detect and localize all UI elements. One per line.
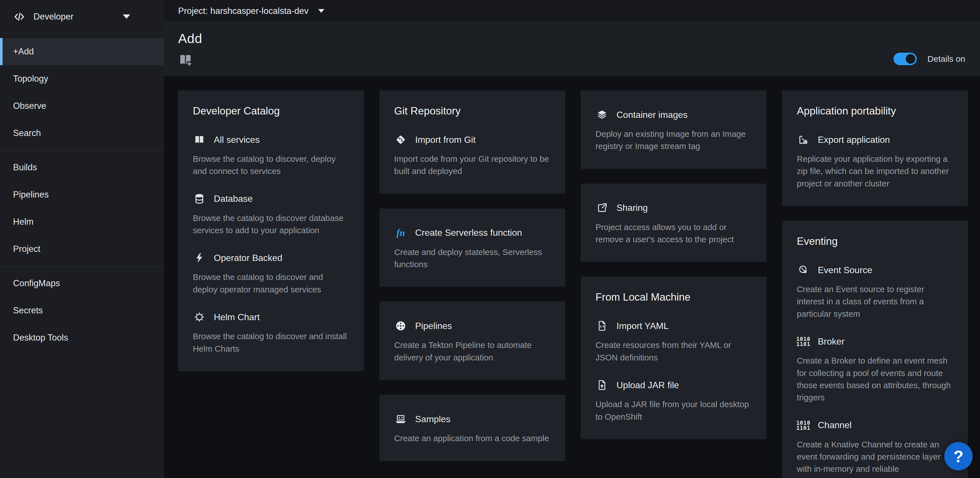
sidebar-item-project[interactable]: Project [0, 235, 164, 263]
item-description: Browse the catalog to discover and deplo… [193, 271, 349, 295]
add-action-upload-jar-file[interactable]: Upload JAR fileUpload a JAR file from yo… [595, 380, 752, 423]
card-sharing: SharingProject access allows you to add … [581, 184, 767, 262]
sidebar: Developer +AddTopologyObserveSearchBuild… [0, 0, 164, 478]
item-description: Create a Knative Channel to create an ev… [797, 438, 953, 475]
perspective-switcher[interactable]: Developer [0, 0, 164, 33]
details-switch[interactable] [894, 53, 917, 65]
card-pipelines: PipelinesCreate a Tekton Pipeline to aut… [379, 302, 565, 380]
item-header: Helm Chart [193, 311, 349, 323]
nav-divider [0, 150, 164, 151]
add-action-export-application[interactable]: Export applicationReplicate your applica… [797, 134, 953, 189]
item-label: Helm Chart [214, 312, 260, 322]
add-page-content: Developer CatalogAll servicesBrowse the … [164, 76, 980, 478]
sidebar-item-add[interactable]: +Add [0, 38, 164, 65]
item-header: 1010 1101Channel [797, 420, 953, 431]
add-action-import-yaml[interactable]: Import YAMLCreate resources from their Y… [595, 320, 752, 364]
card-column: Git RepositoryImport from GitImport code… [379, 91, 565, 461]
perspective-label: Developer [33, 12, 73, 22]
sidebar-item-helm[interactable]: Helm [0, 208, 164, 235]
page-header: Add Details on [164, 22, 980, 76]
code-icon [13, 11, 25, 23]
upload-file-icon [595, 380, 609, 391]
sidebar-item-pipelines[interactable]: Pipelines [0, 181, 164, 208]
sidebar-item-topology[interactable]: Topology [0, 65, 164, 92]
export-icon [797, 134, 810, 145]
add-action-sharing[interactable]: SharingProject access allows you to add … [595, 202, 752, 246]
item-label: Samples [415, 414, 450, 424]
sidebar-item-configmaps[interactable]: ConfigMaps [0, 270, 164, 297]
git-icon [394, 134, 407, 145]
item-description: Project access allows you to add or remo… [595, 221, 752, 246]
sidebar-item-desktop-tools[interactable]: Desktop Tools [0, 324, 164, 351]
add-action-pipelines[interactable]: PipelinesCreate a Tekton Pipeline to aut… [394, 320, 550, 364]
project-dropdown[interactable]: Project: harshcasper-localsta-dev [178, 6, 325, 16]
details-switch-knob [906, 54, 915, 64]
card-git-repository: Git RepositoryImport from GitImport code… [379, 91, 565, 194]
item-label: Pipelines [415, 321, 452, 331]
item-header: Pipelines [394, 320, 550, 332]
item-description: Create an Event source to register inter… [797, 283, 953, 320]
book-icon [193, 134, 206, 145]
help-button[interactable]: ? [944, 442, 973, 470]
item-description: Replicate your application by exporting … [797, 153, 953, 189]
add-action-operator-backed[interactable]: Operator BackedBrowse the catalog to dis… [193, 252, 349, 295]
card-application-portability: Application portabilityExport applicatio… [782, 91, 968, 206]
add-action-samples[interactable]: SamplesCreate an application from a code… [394, 413, 550, 444]
card-title: Developer Catalog [193, 105, 349, 117]
item-description: Import code from your Git repository to … [394, 153, 550, 177]
card-title: From Local Machine [595, 291, 752, 303]
item-header: Samples [394, 413, 550, 425]
sidebar-item-secrets[interactable]: Secrets [0, 297, 164, 324]
card-samples: SamplesCreate an application from a code… [379, 395, 565, 461]
item-description: Create an application from a code sample [394, 432, 550, 444]
sidebar-item-observe[interactable]: Observe [0, 92, 164, 119]
item-description: Browse the catalog to discover and insta… [193, 330, 349, 355]
card-title: Git Repository [394, 105, 550, 117]
item-description: Create and deploy stateless, Serverless … [394, 246, 550, 271]
item-header: All services [193, 134, 349, 145]
add-action-channel[interactable]: 1010 1101ChannelCreate a Knative Channel… [797, 420, 953, 475]
project-dropdown-label: Project: harshcasper-localsta-dev [178, 6, 309, 16]
item-label: Database [214, 194, 253, 204]
item-description: Create a Broker to define an event mesh … [797, 354, 953, 403]
card-title: Application portability [797, 105, 953, 117]
page-title: Add [178, 30, 964, 46]
item-header: Import from Git [394, 134, 550, 145]
item-description: Create resources from their YAML or JSON… [595, 339, 752, 364]
add-action-import-from-git[interactable]: Import from GitImport code from your Git… [394, 134, 550, 177]
card-container-images: Container imagesDeploy an existing Image… [581, 91, 767, 169]
item-label: Container images [616, 110, 688, 120]
card-create-serverless-function: fnCreate Serverless functionCreate and d… [379, 208, 565, 287]
item-label: Broker [818, 336, 845, 347]
add-action-event-source[interactable]: Event SourceCreate an Event source to re… [797, 264, 953, 320]
database-icon [193, 193, 206, 205]
yaml-file-icon [595, 320, 609, 332]
item-label: Upload JAR file [616, 380, 679, 391]
add-action-container-images[interactable]: Container imagesDeploy an existing Image… [595, 109, 752, 152]
item-label: Import YAML [616, 321, 669, 331]
item-header: Event Source [797, 264, 953, 276]
sidebar-nav: +AddTopologyObserveSearchBuildsPipelines… [0, 33, 164, 351]
fn-icon: fn [394, 227, 407, 238]
tekton-icon [394, 320, 407, 332]
item-description: Deploy an existing Image from an Image r… [595, 128, 752, 152]
add-action-create-serverless-function[interactable]: fnCreate Serverless functionCreate and d… [394, 227, 550, 271]
item-label: Event Source [818, 265, 872, 275]
channel-icon: 1010 1101 [797, 420, 810, 431]
app-root: Developer +AddTopologyObserveSearchBuild… [0, 0, 980, 478]
helm-icon [193, 311, 206, 323]
add-action-helm-chart[interactable]: Helm ChartBrowse the catalog to discover… [193, 311, 349, 355]
add-action-database[interactable]: DatabaseBrowse the catalog to discover d… [193, 193, 349, 237]
add-action-broker[interactable]: 1010 1101BrokerCreate a Broker to define… [797, 336, 953, 403]
book-plus-icon[interactable] [178, 52, 194, 67]
chevron-down-icon [123, 14, 130, 19]
item-header: Export application [797, 134, 953, 145]
item-header: Import YAML [595, 320, 752, 332]
sidebar-item-search[interactable]: Search [0, 119, 164, 147]
add-action-all-services[interactable]: All servicesBrowse the catalog to discov… [193, 134, 349, 177]
details-toggle-group: Details on [894, 53, 965, 65]
event-source-icon [797, 264, 810, 276]
sidebar-item-builds[interactable]: Builds [0, 154, 164, 181]
card-title: Eventing [797, 235, 953, 247]
card-eventing: EventingEvent SourceCreate an Event sour… [782, 221, 968, 478]
